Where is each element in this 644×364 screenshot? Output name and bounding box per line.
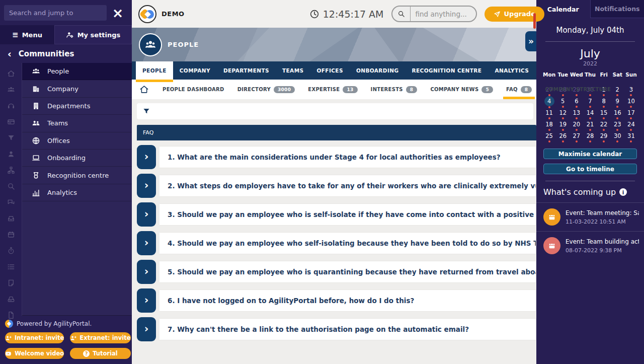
billing-card-icon[interactable] bbox=[0, 114, 22, 130]
calendar-day[interactable]: 16 bbox=[611, 107, 624, 119]
expand-faq-button[interactable]: › bbox=[137, 202, 156, 227]
home-icon[interactable] bbox=[0, 65, 22, 82]
subtab-company-news[interactable]: COMPANY NEWS5 bbox=[424, 80, 500, 99]
sidebar-item-company[interactable]: Company bbox=[22, 80, 132, 97]
drive-icon[interactable] bbox=[0, 291, 22, 307]
calendar-day[interactable]: 24 bbox=[624, 119, 638, 130]
tab-departments[interactable]: DEPARTMENTS bbox=[217, 61, 276, 80]
calendar-day[interactable]: 17 bbox=[624, 107, 638, 119]
calendar-day[interactable]: 23 bbox=[611, 119, 624, 130]
tab-my-settings[interactable]: My settings bbox=[54, 25, 132, 44]
subtab-interests[interactable]: INTERESTS8 bbox=[364, 80, 424, 99]
tab-people[interactable]: PEOPLE bbox=[136, 61, 173, 80]
welcome-video-button[interactable]: Welcome video bbox=[5, 348, 64, 359]
sidebar-item-onboarding[interactable]: Onboarding bbox=[22, 150, 132, 167]
tab-analytics[interactable]: ANALYTICS bbox=[488, 61, 535, 80]
chat-icon[interactable] bbox=[0, 194, 22, 210]
sidebar-item-recognition-centre[interactable]: Recognition centre bbox=[22, 167, 132, 184]
upcoming-event[interactable]: Event: Team building activities... 08-07… bbox=[536, 231, 644, 260]
tab-recognition-centre[interactable]: RECOGNITION CENTRE bbox=[405, 61, 488, 80]
sidebar-item-teams[interactable]: Teams bbox=[22, 115, 132, 132]
filter-bar[interactable] bbox=[137, 103, 533, 119]
content-area: FAQ › 1. What are the main consideration… bbox=[132, 99, 536, 364]
expand-faq-button[interactable]: › bbox=[137, 260, 156, 284]
brand-logo-icon[interactable] bbox=[138, 5, 156, 23]
calendar-day[interactable]: 18 bbox=[542, 119, 556, 130]
sidebar-item-analytics[interactable]: Analytics bbox=[22, 184, 132, 201]
maximise-calendar-button[interactable]: Maximise calendar bbox=[543, 149, 637, 159]
calendar-day[interactable]: 25 bbox=[542, 130, 556, 142]
calendar-day[interactable]: 21 bbox=[583, 119, 597, 130]
subtab-faq[interactable]: FAQ8 bbox=[500, 80, 538, 99]
sidebar-item-offices[interactable]: Offices bbox=[22, 132, 132, 150]
calendar-day[interactable]: 13 bbox=[570, 107, 583, 119]
calendar-day[interactable]: 20 bbox=[570, 119, 583, 130]
timer-icon[interactable] bbox=[0, 243, 22, 259]
calendar-day[interactable]: 31 bbox=[624, 130, 638, 142]
user-icon[interactable] bbox=[0, 146, 22, 162]
calendar-day[interactable]: 27 bbox=[570, 130, 583, 142]
global-search-input[interactable]: find anything... bbox=[391, 6, 477, 22]
tab-teams[interactable]: TEAMS bbox=[276, 61, 310, 80]
tab-onboarding[interactable]: ONBOARDING bbox=[350, 61, 406, 80]
intranet-invite-button[interactable]: Intranet: invite bbox=[5, 332, 64, 343]
breadcrumb-communities[interactable]: ‹ Communities bbox=[0, 44, 132, 63]
calendar-day[interactable]: 11 bbox=[542, 107, 556, 119]
people-group-icon[interactable] bbox=[0, 82, 22, 98]
tutorial-button[interactable]: ?Tutorial bbox=[70, 348, 130, 359]
faq-question[interactable]: 6. I have not logged on to AgilityPortal… bbox=[159, 289, 536, 312]
sidebar-item-departments[interactable]: Departments bbox=[22, 98, 132, 115]
faq-question[interactable]: 3. Should we pay an employee who is self… bbox=[159, 203, 536, 226]
tab-calendar[interactable]: Calendar bbox=[536, 0, 590, 18]
calendar-day[interactable]: 12 bbox=[556, 107, 570, 119]
upcoming-event[interactable]: Event: Team meeting: Sales D... 11-03-20… bbox=[536, 202, 644, 231]
calendar-day[interactable]: 10 bbox=[624, 96, 638, 107]
expand-faq-button[interactable]: › bbox=[137, 231, 156, 255]
expand-faq-button[interactable]: › bbox=[137, 145, 156, 169]
tab-menu[interactable]: ≡ Menu bbox=[0, 25, 54, 44]
inbox-icon[interactable] bbox=[0, 210, 22, 227]
home-icon[interactable] bbox=[139, 85, 149, 94]
subtab-people-dashboard[interactable]: PEOPLE DASHBOARD bbox=[156, 80, 231, 99]
expand-faq-button[interactable]: › bbox=[137, 288, 156, 313]
faq-question[interactable]: 2. What steps do employers have to take … bbox=[159, 175, 536, 197]
subtab-directory[interactable]: DIRECTORY3000 bbox=[231, 80, 302, 99]
faq-question[interactable]: 1. What are the main considerations unde… bbox=[159, 146, 536, 168]
expand-faq-button[interactable]: › bbox=[137, 174, 156, 198]
expand-faq-button[interactable]: › bbox=[137, 317, 156, 341]
faq-question[interactable]: 7. Why can't there be a link to the auth… bbox=[159, 318, 536, 340]
extranet-invite-button[interactable]: Extranet: invite bbox=[70, 332, 130, 343]
calendar-icon[interactable] bbox=[0, 227, 22, 243]
tab-notifications[interactable]: Notifications bbox=[590, 0, 644, 18]
calendar-day[interactable]: 29 bbox=[597, 130, 611, 142]
calendar-day[interactable]: 3 bbox=[624, 84, 638, 96]
calendar-day[interactable]: 19 bbox=[556, 119, 570, 130]
event-datetime: 08-07-2022 9:38 PM bbox=[566, 247, 639, 254]
chevron-left-icon[interactable]: ‹ bbox=[8, 48, 12, 59]
close-icon[interactable]: × bbox=[107, 6, 129, 20]
search-input[interactable]: Search and jump to bbox=[4, 5, 107, 21]
info-icon[interactable]: i bbox=[619, 188, 627, 196]
scrollbar-thumb[interactable] bbox=[533, 13, 536, 29]
funnel-icon[interactable] bbox=[0, 130, 22, 146]
subtab-expertise[interactable]: EXPERTISE13 bbox=[301, 80, 364, 99]
org-chart-icon[interactable] bbox=[0, 162, 22, 178]
calendar-day[interactable]: 28 bbox=[583, 130, 597, 142]
collapse-panel-button[interactable]: » bbox=[525, 31, 536, 51]
calendar-day[interactable]: 30 bbox=[611, 130, 624, 142]
faq-question[interactable]: 5. Should we pay an employee who is quar… bbox=[159, 261, 536, 283]
tab-offices[interactable]: OFFICES bbox=[310, 61, 349, 80]
go-to-timeline-button[interactable]: Go to timeline bbox=[543, 164, 637, 174]
tab-company[interactable]: COMPANY bbox=[173, 61, 217, 80]
calendar-day[interactable]: 26 bbox=[556, 130, 570, 142]
note-icon[interactable] bbox=[0, 275, 22, 291]
calendar-day[interactable]: 15 bbox=[597, 107, 611, 119]
subtab-company-structure[interactable]: COMPANY STRUCTURE bbox=[538, 80, 617, 99]
list-icon[interactable] bbox=[0, 259, 22, 275]
sidebar-item-people[interactable]: People bbox=[22, 63, 132, 80]
faq-question[interactable]: 4. Should we pay an employee who self-is… bbox=[159, 232, 536, 254]
headset-icon[interactable] bbox=[0, 98, 22, 114]
calendar-day[interactable]: 14 bbox=[583, 107, 597, 119]
search-icon[interactable] bbox=[0, 178, 22, 194]
calendar-day[interactable]: 22 bbox=[597, 119, 611, 130]
